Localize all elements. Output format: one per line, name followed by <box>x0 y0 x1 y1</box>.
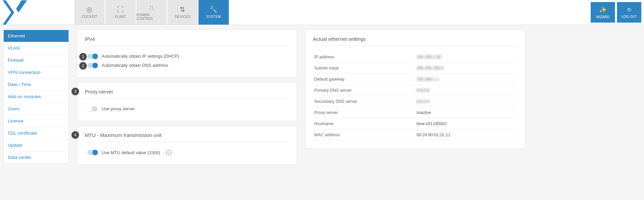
table-row: Proxy serverInactive <box>313 107 517 118</box>
dhcp-toggle-row: Automatically obtain IP settings (DHCP) <box>85 52 289 61</box>
ipv4-card: IPv4 1 Automatically obtain IP settings … <box>77 30 297 78</box>
ipv4-title: IPv4 <box>85 36 289 46</box>
sidebar-item-ethernet[interactable]: Ethernet <box>4 30 69 42</box>
sidebar-item-firewall[interactable]: Firewall <box>4 54 69 66</box>
toggle-knob <box>92 150 98 155</box>
mtu-title: MTU - Maximum transmission unit <box>85 132 289 142</box>
mtu-toggle-label: Use MTU default value (1500) <box>102 150 160 155</box>
mtu-toggle[interactable] <box>87 150 98 155</box>
table-row: Subnet mask255.255.255.0 <box>313 63 517 74</box>
proxy-toggle-label: Use proxy server <box>102 106 135 111</box>
cockpit-icon: ◎ <box>86 6 92 13</box>
table-row: Secondary DNS server8.8.4.4 <box>313 96 517 107</box>
table-row: MAC address00:24:80:01:2c:11 <box>313 130 517 141</box>
toggle-knob <box>87 106 92 112</box>
dhcp-toggle-label: Automatically obtain IP settings (DHCP) <box>102 54 179 59</box>
proxy-title: Proxy server <box>85 89 289 99</box>
settings-table: IP address192.168.1.50Subnet mask255.255… <box>313 52 517 141</box>
sidebar-item-vlan[interactable]: VLAN <box>4 42 69 54</box>
setting-value: 255.255.255.0 <box>415 63 517 74</box>
toggle-knob <box>92 54 98 59</box>
setting-label: IP address <box>313 52 415 63</box>
sidebar-item-update[interactable]: Update <box>4 139 69 151</box>
sidebar-item-vpn-connection[interactable]: VPN connection <box>4 66 69 79</box>
callout-2: 2 <box>79 62 87 69</box>
logo-area <box>0 0 74 25</box>
logout-button-label: LOG OUT <box>621 15 637 19</box>
brand-logo-icon <box>3 0 27 25</box>
toggle-knob <box>92 63 98 68</box>
nav-tab-label: POWER CONTROL <box>136 13 167 21</box>
setting-value: 8.8.4.4 <box>415 96 517 107</box>
setting-value: 192.168.1.50 <box>415 52 517 63</box>
proxy-toggle[interactable] <box>87 107 98 111</box>
wizard-button[interactable]: ✨ WIZARD <box>591 2 615 23</box>
setting-label: Primary DNS server <box>313 85 415 96</box>
sidebar-item-users[interactable]: Users <box>4 103 69 115</box>
sidebar-item-license[interactable]: License <box>4 115 69 127</box>
app-header: ◎COCKPIT⛶PLANT⎍POWER CONTROL⇅DEVICES🔧SYS… <box>0 0 644 25</box>
setting-label: Subnet mask <box>313 63 415 74</box>
table-row: IP address192.168.1.50 <box>313 52 517 63</box>
table-row: Hostnameblue-x51180002 <box>313 118 517 130</box>
header-spacer <box>229 0 591 25</box>
dns-toggle-row: Automatically obtain DNS address <box>85 61 289 70</box>
setting-value: 00:24:80:01:2c:11 <box>415 130 517 141</box>
setting-label: MAC address <box>313 130 415 141</box>
nav-tab-label: COCKPIT <box>82 15 98 19</box>
nav-tab-label: PLANT <box>115 15 126 19</box>
sidebar-item-ssl-certificate[interactable]: SSL certificate <box>4 127 69 139</box>
setting-value: Inactive <box>415 107 517 118</box>
devices-icon: ⇅ <box>180 6 185 13</box>
dns-toggle-label: Automatically obtain DNS address <box>102 63 168 68</box>
plant-icon: ⛶ <box>117 6 124 13</box>
nav-tab-devices[interactable]: ⇅DEVICES <box>167 0 198 25</box>
content-area: EthernetVLANFirewallVPN connectionDate /… <box>0 25 644 175</box>
nav-tab-system[interactable]: 🔧SYSTEM <box>198 0 229 25</box>
nav-tab-cockpit[interactable]: ◎COCKPIT <box>74 0 105 25</box>
right-column: Actual ethernet settings IP address192.1… <box>305 30 525 148</box>
main-column: IPv4 1 Automatically obtain IP settings … <box>77 30 297 165</box>
callout-4: 4 <box>72 131 79 139</box>
proxy-toggle-row: Use proxy server <box>85 104 289 113</box>
setting-value: blue-x51180002 <box>415 118 517 130</box>
nav-tab-plant[interactable]: ⛶PLANT <box>105 0 136 25</box>
settings-sidebar: EthernetVLANFirewallVPN connectionDate /… <box>3 30 69 164</box>
setting-label: Proxy server <box>313 107 415 118</box>
table-row: Primary DNS server8.8.8.8 <box>313 85 517 96</box>
setting-label: Default gateway <box>313 74 415 85</box>
mtu-card: MTU - Maximum transmission unit Use MTU … <box>77 126 297 165</box>
wand-icon: ✨ <box>599 6 607 13</box>
sidebar-item-add-on-modules[interactable]: Add-on modules <box>4 91 69 103</box>
setting-value: 8.8.8.8 <box>415 85 517 96</box>
nav-tab-label: DEVICES <box>175 15 190 19</box>
table-row: Default gateway192.168.1.1 <box>313 74 517 85</box>
proxy-card: Proxy server Use proxy server <box>77 82 297 121</box>
setting-value: 192.168.1.1 <box>415 74 517 85</box>
system-icon: 🔧 <box>209 6 218 13</box>
logout-icon: ⎋ <box>627 6 631 13</box>
power-control-icon: ⎍ <box>150 4 154 11</box>
sidebar-item-data-center[interactable]: Data center <box>4 151 69 163</box>
actual-settings-title: Actual ethernet settings <box>313 36 517 46</box>
info-icon[interactable]: i <box>166 150 171 155</box>
header-actions: ✨ WIZARD ⎋ LOG OUT <box>591 0 644 25</box>
logout-button[interactable]: ⎋ LOG OUT <box>617 2 641 23</box>
setting-label: Hostname <box>313 118 415 130</box>
callout-1: 1 <box>79 53 87 60</box>
actual-settings-card: Actual ethernet settings IP address192.1… <box>305 30 525 148</box>
callout-3: 3 <box>72 88 79 95</box>
setting-label: Secondary DNS server <box>313 96 415 107</box>
dhcp-toggle[interactable] <box>87 54 98 59</box>
nav-tab-power-control[interactable]: ⎍POWER CONTROL <box>136 0 167 25</box>
mtu-toggle-row: Use MTU default value (1500) i <box>85 148 289 157</box>
sidebar-item-date-time[interactable]: Date / Time <box>4 79 69 91</box>
wizard-button-label: WIZARD <box>596 15 609 19</box>
dns-toggle[interactable] <box>87 63 98 68</box>
nav-tab-label: SYSTEM <box>207 15 221 19</box>
main-nav-tabs: ◎COCKPIT⛶PLANT⎍POWER CONTROL⇅DEVICES🔧SYS… <box>74 0 229 25</box>
